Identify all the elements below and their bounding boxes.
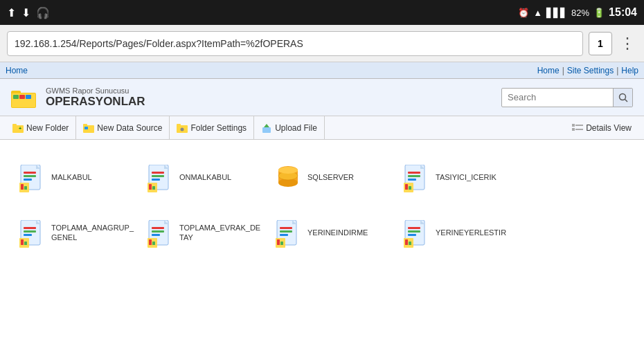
list-item[interactable]: YERINEYERLESTIR: [398, 205, 526, 260]
svg-rect-3: [13, 95, 19, 99]
menu-button[interactable]: ⋮: [618, 32, 637, 55]
alarm-icon: ⏰: [518, 8, 529, 18]
svg-rect-50: [405, 184, 408, 190]
svg-rect-64: [152, 234, 160, 236]
upload-file-label: Upload File: [275, 123, 317, 133]
nav-bar: Home Home | Site Settings | Help: [0, 62, 644, 79]
svg-rect-78: [408, 227, 420, 229]
folder-icon-large: [11, 87, 36, 108]
report-icon: [147, 165, 172, 190]
item-label: ONMALKABUL: [179, 172, 231, 182]
svg-rect-19: [572, 124, 575, 127]
svg-rect-15: [177, 124, 181, 127]
report-icon: [147, 220, 172, 245]
nav-home-link[interactable]: Home: [6, 66, 28, 75]
svg-rect-27: [24, 179, 32, 181]
address-input[interactable]: [7, 31, 583, 56]
nav-sep-1: |: [562, 66, 564, 75]
list-item[interactable]: YERINEINDIRME: [270, 205, 398, 260]
svg-rect-22: [575, 129, 583, 130]
details-view-button[interactable]: Details View: [565, 116, 638, 140]
svg-rect-79: [408, 230, 420, 233]
list-item[interactable]: TOPLAMA_ANAGRUP_GENEL: [14, 205, 142, 260]
svg-rect-67: [152, 242, 155, 245]
battery-text: 82%: [571, 8, 589, 18]
svg-rect-30: [24, 186, 27, 190]
tab-label: 1: [598, 38, 603, 49]
svg-rect-48: [408, 179, 416, 181]
svg-rect-38: [152, 186, 155, 190]
svg-rect-47: [408, 175, 420, 177]
nav-help-link[interactable]: Help: [621, 66, 638, 75]
address-bar: 1 ⋮: [0, 25, 644, 62]
header: GWMS Rapor Sunucusu OPERASYONLAR: [0, 79, 644, 116]
signal-icon: ▋▋▋: [546, 8, 567, 18]
svg-rect-83: [409, 242, 411, 245]
items-grid: MALKABUL ONMALKABUL SQLSERVER TASIYICI_I…: [14, 149, 630, 260]
list-item[interactable]: ONMALKABUL: [142, 149, 270, 205]
upload-file-button[interactable]: Upload File: [254, 116, 325, 140]
search-input[interactable]: [502, 89, 613, 107]
nav-home-right-link[interactable]: Home: [537, 66, 560, 75]
list-item[interactable]: MALKABUL: [14, 149, 142, 205]
search-icon: [618, 93, 628, 102]
svg-rect-35: [152, 179, 160, 181]
svg-point-16: [181, 127, 184, 131]
svg-point-43: [278, 167, 298, 174]
new-datasource-button[interactable]: New Data Source: [76, 116, 170, 140]
tab-button[interactable]: 1: [589, 32, 612, 55]
details-view-icon: [572, 123, 583, 133]
new-datasource-icon: [83, 123, 94, 133]
list-item[interactable]: TASIYICI_ICERIK: [398, 149, 526, 205]
svg-rect-29: [21, 184, 24, 190]
new-datasource-label: New Data Source: [97, 123, 162, 133]
search-container: [501, 88, 633, 107]
nav-sep-2: |: [616, 66, 618, 75]
svg-rect-26: [24, 175, 36, 177]
list-item[interactable]: SQLSERVER: [270, 149, 398, 205]
svg-rect-82: [405, 239, 408, 245]
folder-settings-label: Folder Settings: [190, 123, 247, 133]
details-view-label: Details View: [586, 123, 632, 133]
nav-site-settings-link[interactable]: Site Settings: [567, 66, 614, 75]
item-label: YERINEYERLESTIR: [436, 228, 506, 237]
svg-rect-34: [152, 175, 164, 177]
svg-rect-75: [280, 242, 283, 245]
svg-rect-9: [12, 124, 17, 127]
server-name: GWMS Rapor Sunucusu: [46, 87, 492, 95]
item-label: TASIYICI_ICERIK: [436, 172, 497, 182]
svg-rect-20: [572, 128, 575, 131]
svg-rect-71: [280, 230, 292, 233]
toolbar: + New Folder New Data Source Folder Sett…: [0, 116, 644, 140]
svg-rect-55: [24, 230, 36, 233]
svg-rect-54: [24, 227, 36, 229]
content-area: MALKABUL ONMALKABUL SQLSERVER TASIYICI_I…: [0, 140, 644, 364]
download-icon: ⬇: [21, 6, 30, 19]
status-icons-right: ⏰ ▲ ▋▋▋ 82% 🔋 15:04: [518, 6, 637, 19]
battery-icon: 🔋: [593, 8, 605, 18]
status-bar: ⬆ ⬇ 🎧 ⏰ ▲ ▋▋▋ 82% 🔋 15:04: [0, 0, 644, 25]
list-item[interactable]: TOPLAMA_EVRAK_DETAY: [142, 205, 270, 260]
svg-point-6: [619, 93, 625, 100]
svg-rect-56: [24, 234, 32, 236]
new-folder-icon: +: [12, 123, 24, 133]
report-icon: [404, 165, 429, 190]
header-title: GWMS Rapor Sunucusu OPERASYONLAR: [46, 87, 492, 109]
svg-rect-70: [280, 227, 292, 229]
status-icons-left: ⬆ ⬇ 🎧: [7, 6, 50, 19]
search-button[interactable]: [613, 89, 632, 107]
svg-rect-72: [280, 234, 288, 236]
svg-rect-58: [21, 239, 24, 245]
svg-rect-37: [149, 184, 152, 190]
item-label: TOPLAMA_ANAGRUP_GENEL: [51, 223, 136, 243]
svg-rect-74: [277, 239, 280, 245]
headphones-icon: 🎧: [36, 6, 50, 19]
svg-rect-13: [84, 127, 88, 129]
svg-rect-66: [149, 239, 152, 245]
item-label: TOPLAMA_EVRAK_DETAY: [179, 223, 265, 243]
svg-rect-21: [575, 125, 583, 126]
new-folder-button[interactable]: + New Folder: [6, 116, 76, 140]
folder-settings-button[interactable]: Folder Settings: [170, 116, 254, 140]
svg-rect-33: [152, 172, 164, 174]
report-icon: [276, 220, 301, 245]
